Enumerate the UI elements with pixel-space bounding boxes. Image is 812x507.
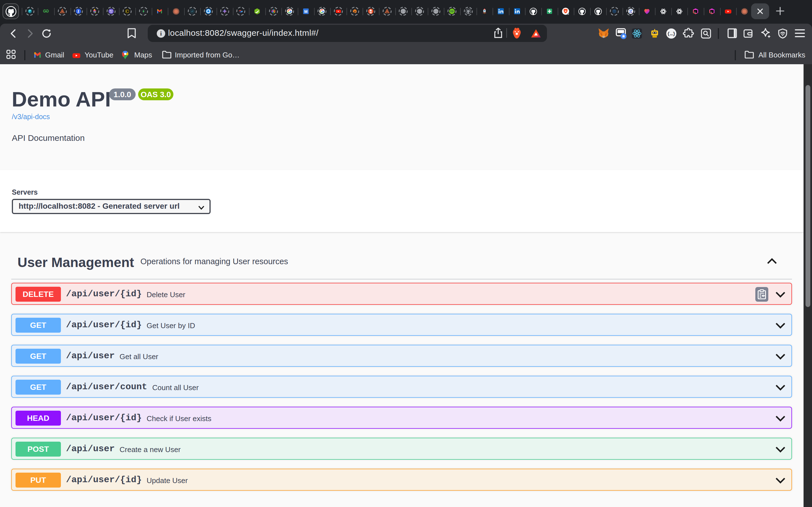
svg-text:{…}: {…} xyxy=(667,32,675,37)
svg-text:M: M xyxy=(304,9,308,14)
